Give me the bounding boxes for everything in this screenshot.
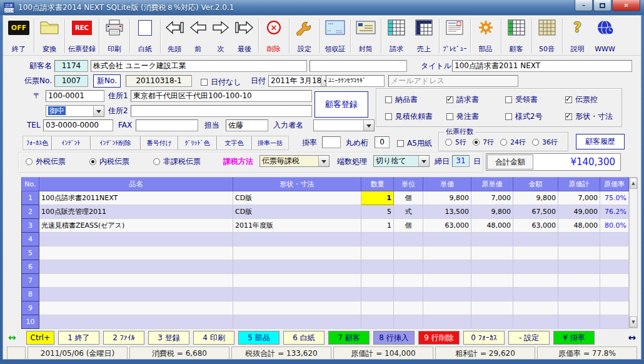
item-cell[interactable]: 光速見積書ZEASS(ゼアス) [39,219,233,233]
person-in-charge-field[interactable]: 佐藤 [226,119,268,131]
doc-type-checkbox[interactable]: 発注書 [446,111,505,122]
item-cell[interactable] [471,301,513,315]
item-cell[interactable] [513,260,558,274]
item-cell[interactable] [233,246,361,260]
doc-type-checkbox[interactable]: 形状・寸法 [565,111,620,122]
function-key[interactable]: 0 ﾌｫｰｶｽ [463,331,505,345]
item-cell[interactable] [423,288,471,301]
scroll-up-icon[interactable]: ▲ [630,178,637,189]
row-count-radio[interactable]: 7行 [473,138,494,147]
item-cell[interactable] [394,301,423,315]
item-cell[interactable]: 63,000 [423,219,471,233]
item-cell[interactable] [558,246,600,260]
chevron-down-icon[interactable] [318,156,329,166]
row-number[interactable]: 1 [22,191,39,205]
chevron-down-icon[interactable] [363,120,374,131]
exit-button[interactable]: OFF 終了 [5,17,33,55]
kana-index-button[interactable]: 50音 [533,17,561,55]
honorific-combobox[interactable]: 御中 [46,105,104,117]
a5-paper-checkbox[interactable]: A5用紙 [397,138,432,149]
vertical-scrollbar[interactable]: ▲ ▼ [629,177,638,328]
slip-no-field[interactable]: 1007 [54,75,88,87]
item-cell[interactable]: 100点販売管理2011 [39,205,233,219]
item-cell[interactable] [39,315,233,329]
item-cell[interactable] [394,246,423,260]
tel-field[interactable]: 03-0000-0000 [43,119,113,131]
item-cell[interactable]: 80.0% [600,219,629,233]
item-cell[interactable] [423,301,471,315]
row-count-radio[interactable]: 36行 [532,138,558,147]
item-cell[interactable] [233,233,361,246]
item-cell[interactable] [600,301,629,315]
item-cell[interactable] [361,233,394,246]
item-cell[interactable]: 7,000 [471,191,513,205]
customer-extra-field[interactable] [309,60,407,72]
fax-field[interactable] [136,119,198,131]
item-cell[interactable]: 個 [394,191,423,205]
operator-combobox[interactable] [313,119,375,131]
function-key[interactable]: 5 部品 [238,331,279,345]
email-field[interactable]: メールアドレス [388,75,518,87]
item-cell[interactable]: 48,000 [471,219,513,233]
item-cell[interactable] [233,301,361,315]
tax-type-radio[interactable]: 外税伝票 [26,156,89,167]
doc-type-checkbox[interactable]: 納品書 [385,94,446,105]
item-cell[interactable] [39,288,233,301]
item-cell[interactable]: 5 [361,205,394,219]
format-button[interactable]: 掛率一括 [252,136,288,149]
item-cell[interactable] [423,246,471,260]
settings-button[interactable]: 設定 [291,17,318,55]
item-cell[interactable] [558,315,600,329]
column-header[interactable]: 形状・寸法 [233,178,361,191]
item-cell[interactable] [39,233,233,246]
delete-button[interactable]: ✕ 削除 [260,17,288,55]
chevron-down-icon[interactable] [93,106,104,116]
function-key[interactable]: ¥ 掛率 [553,331,595,345]
fn-left-arrow-icon[interactable]: ↔ [8,332,16,343]
item-cell[interactable] [394,233,423,246]
item-cell[interactable]: 13,500 [423,205,471,219]
next-record-button[interactable]: 次 [209,17,232,55]
item-cell[interactable] [513,288,558,301]
fn-right-arrow-icon[interactable]: ↔ [628,332,636,343]
chevron-down-icon[interactable] [418,156,429,166]
format-button[interactable]: ｸﾞﾘｯﾄﾞ色 [178,136,217,149]
item-cell[interactable] [513,274,558,288]
customer-register-button[interactable]: 顧客登録 [314,91,368,118]
parts-button[interactable]: 部品 [472,17,500,55]
item-cell[interactable]: 9,800 [423,191,471,205]
closing-day-field[interactable]: 31 [452,155,470,167]
address1-field[interactable]: 東京都千代田区千代田100-100-10 [131,90,312,102]
item-cell[interactable] [558,301,600,315]
item-cell[interactable] [558,274,600,288]
function-key[interactable]: 8 行挿入 [373,331,415,345]
customer-name-field[interactable]: 株式会社 ユニーク建設工業 [91,60,307,72]
item-cell[interactable]: 個 [394,219,423,233]
row-number[interactable]: 4 [22,233,39,246]
item-cell[interactable] [39,301,233,315]
row-number[interactable]: 10 [22,315,39,329]
item-cell[interactable] [600,260,629,274]
row-number[interactable]: 5 [22,246,39,260]
item-cell[interactable] [39,246,233,260]
kana-field[interactable]: ﾕﾆｰｸｹﾝｾﾂｺｳｷﾞ [326,75,385,87]
column-header[interactable]: 原単価 [471,178,513,191]
www-button[interactable]: WWW [591,17,619,55]
receipt-button[interactable]: 領収証 [321,17,349,55]
format-button[interactable]: ｲﾝﾃﾞﾝﾄ [52,136,91,149]
item-cell[interactable] [361,246,394,260]
item-cell[interactable] [513,233,558,246]
item-cell[interactable] [423,274,471,288]
row-number[interactable]: 9 [22,301,39,315]
date-combobox[interactable]: 2011年 3月18日 [268,75,332,87]
item-cell[interactable]: 2011年度版 [233,219,361,233]
row-number[interactable]: 3 [22,219,39,233]
item-cell[interactable] [600,274,629,288]
item-cell[interactable] [233,260,361,274]
column-header[interactable]: 品名 [39,178,233,191]
column-header[interactable]: 数量 [361,178,394,191]
row-count-radio[interactable]: 24行 [500,138,526,147]
row-number[interactable]: 6 [22,260,39,274]
item-cell[interactable]: 9,800 [513,191,558,205]
tax-method-combobox[interactable]: 伝票毎課税 [259,155,330,167]
